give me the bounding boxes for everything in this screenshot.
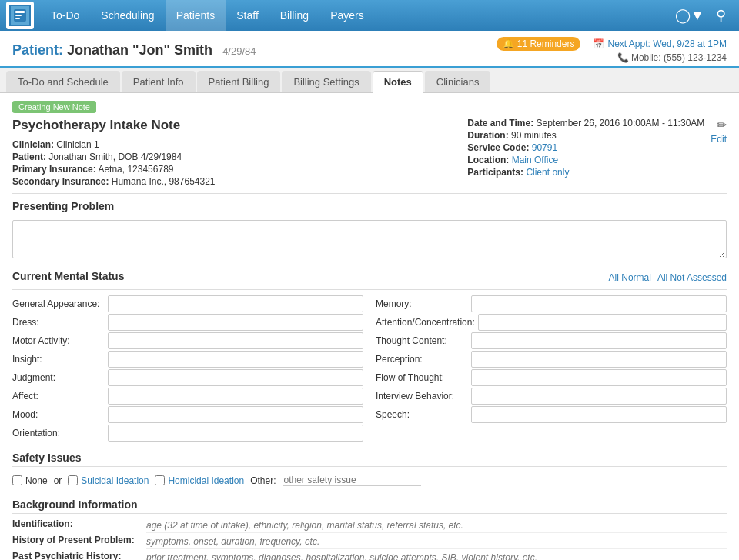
ms-thought-content-input[interactable] <box>471 332 727 349</box>
location-label: Location: <box>467 155 509 165</box>
all-not-assessed-link[interactable]: All Not Assessed <box>657 272 727 283</box>
phone-icon: 📞 <box>617 52 629 63</box>
ms-judgment-label: Judgment: <box>12 372 105 383</box>
ms-insight: Insight: <box>12 350 363 368</box>
ms-mood-input[interactable] <box>108 406 363 423</box>
patient-meta-label: Patient: <box>12 152 46 162</box>
bg-history: History of Present Problem: <box>12 535 727 549</box>
ms-flow-input[interactable] <box>471 369 727 386</box>
nav-payers[interactable]: Payers <box>319 0 375 31</box>
ms-judgment-input[interactable] <box>108 369 363 386</box>
nav-patients[interactable]: Patients <box>166 0 226 31</box>
safety-suicidal: Suicidal Ideation <box>68 475 149 486</box>
primary-ins-label: Primary Insurance: <box>12 164 96 175</box>
note-right-meta: Date and Time: September 26, 2016 10:00A… <box>467 118 704 178</box>
all-normal-link[interactable]: All Normal <box>609 272 651 283</box>
ms-dress-input[interactable] <box>108 314 363 331</box>
date-time-line: Date and Time: September 26, 2016 10:00A… <box>467 118 704 128</box>
ms-dress-label: Dress: <box>12 317 105 328</box>
ms-insight-input[interactable] <box>108 351 363 368</box>
ms-speech-input[interactable] <box>471 406 727 423</box>
ms-flow-label: Flow of Thought: <box>376 372 468 383</box>
reminder-bar: 🔔 11 Reminders 📅 Next Appt: Wed, 9/28 at… <box>497 37 727 51</box>
date-time-label: Date and Time: <box>467 118 533 128</box>
tab-bar: To-Do and Schedule Patient Info Patient … <box>0 68 739 93</box>
ms-flow-of-thought: Flow of Thought: <box>376 368 727 387</box>
app-logo[interactable] <box>6 2 34 29</box>
tab-notes[interactable]: Notes <box>373 71 423 93</box>
ms-general-appearance: General Appearance: <box>12 295 363 313</box>
clinician-value: Clinician 1 <box>56 139 99 150</box>
ms-speech-label: Speech: <box>376 409 468 420</box>
divider-1 <box>12 193 727 194</box>
nav-scheduling[interactable]: Scheduling <box>90 0 165 31</box>
note-left-meta: Clinician: Clinician 1 Patient: Jonathan… <box>12 139 216 187</box>
safety-homicidal: Homicidal Ideation <box>155 475 244 486</box>
reminders-badge[interactable]: 🔔 11 Reminders <box>497 37 581 51</box>
ms-affect-input[interactable] <box>108 388 363 405</box>
participants-line: Participants: Client only <box>467 167 704 178</box>
ms-general-appearance-input[interactable] <box>108 295 363 312</box>
svg-rect-1 <box>15 11 25 13</box>
nav-billing[interactable]: Billing <box>269 0 319 31</box>
next-appt[interactable]: 📅 Next Appt: Wed, 9/28 at 1PM <box>593 38 727 49</box>
ms-orientation: Orientation: <box>12 424 363 442</box>
nav-staff[interactable]: Staff <box>226 0 269 31</box>
location-line: Location: Main Office <box>467 155 704 165</box>
safety-or-label: or <box>54 475 62 486</box>
safety-homicidal-checkbox[interactable] <box>155 475 165 485</box>
patient-header-right: 🔔 11 Reminders 📅 Next Appt: Wed, 9/28 at… <box>497 37 727 63</box>
tab-todo-schedule[interactable]: To-Do and Schedule <box>6 71 120 92</box>
participants-value[interactable]: Client only <box>526 167 569 178</box>
edit-button[interactable]: Edit <box>711 134 727 145</box>
calendar-icon: 📅 <box>593 38 604 49</box>
primary-ins-line: Primary Insurance: Aetna, 123456789 <box>12 164 216 175</box>
ms-thought-content: Thought Content: <box>376 332 727 350</box>
bg-history-input[interactable] <box>146 535 727 549</box>
safety-none-checkbox[interactable] <box>12 475 22 485</box>
safety-other-label: Other: <box>250 475 276 486</box>
ms-interview-input[interactable] <box>471 388 727 405</box>
mental-status-title: Current Mental Status <box>12 270 124 285</box>
safety-homicidal-label: Homicidal Ideation <box>168 475 244 486</box>
nav-right: ◯▼ ⚲ <box>677 3 733 28</box>
ms-attention-input[interactable] <box>478 314 727 331</box>
location-value[interactable]: Main Office <box>512 155 558 165</box>
mental-status-links: All Normal All Not Assessed <box>609 272 727 283</box>
edit-pencil-icon[interactable]: ✏ <box>717 118 727 132</box>
ms-affect-label: Affect: <box>12 391 105 402</box>
patient-label: Patient: <box>12 42 63 58</box>
tab-patient-info[interactable]: Patient Info <box>122 71 196 92</box>
service-code-label: Service Code: <box>467 142 529 153</box>
ms-speech: Speech: <box>376 405 727 424</box>
background-grid: Identification: History of Present Probl… <box>12 518 727 560</box>
ms-perception-label: Perception: <box>376 354 468 365</box>
ms-attention-label: Attention/Concentration: <box>376 317 475 328</box>
next-appt-text: Next Appt: Wed, 9/28 at 1PM <box>607 38 727 49</box>
svg-rect-3 <box>15 18 20 19</box>
ms-perception-input[interactable] <box>471 351 727 368</box>
safety-suicidal-checkbox[interactable] <box>68 475 78 485</box>
nav-todo[interactable]: To-Do <box>40 0 90 31</box>
service-code-value[interactable]: 90791 <box>532 142 557 153</box>
ms-motor-activity: Motor Activity: <box>12 332 363 350</box>
tab-patient-billing[interactable]: Patient Billing <box>197 71 281 92</box>
ms-motor-activity-input[interactable] <box>108 332 363 349</box>
bg-identification-input[interactable] <box>146 518 727 533</box>
bg-past-psychiatric-label: Past Psychiatric History: <box>12 551 143 560</box>
user-icon[interactable]: ◯▼ <box>677 3 702 28</box>
ms-orientation-input[interactable] <box>108 425 363 442</box>
tab-clinicians[interactable]: Clinicians <box>425 71 491 92</box>
tab-billing-settings[interactable]: Billing Settings <box>282 71 370 92</box>
safety-other-input[interactable] <box>283 475 421 486</box>
ms-memory-label: Memory: <box>376 298 468 309</box>
presenting-problem-input[interactable] <box>12 220 727 258</box>
mental-status-section: Current Mental Status All Normal All Not… <box>12 270 727 442</box>
background-title: Background Information <box>12 498 727 514</box>
safety-section: Safety Issues None or Suicidal Ideation … <box>12 452 727 489</box>
mental-status-grid: General Appearance: Dress: Motor Activit… <box>12 295 727 442</box>
bg-past-psychiatric-input[interactable] <box>146 551 727 560</box>
ms-memory-input[interactable] <box>471 295 727 312</box>
ms-interview-behavior: Interview Behavior: <box>376 387 727 405</box>
search-icon[interactable]: ⚲ <box>708 3 733 28</box>
